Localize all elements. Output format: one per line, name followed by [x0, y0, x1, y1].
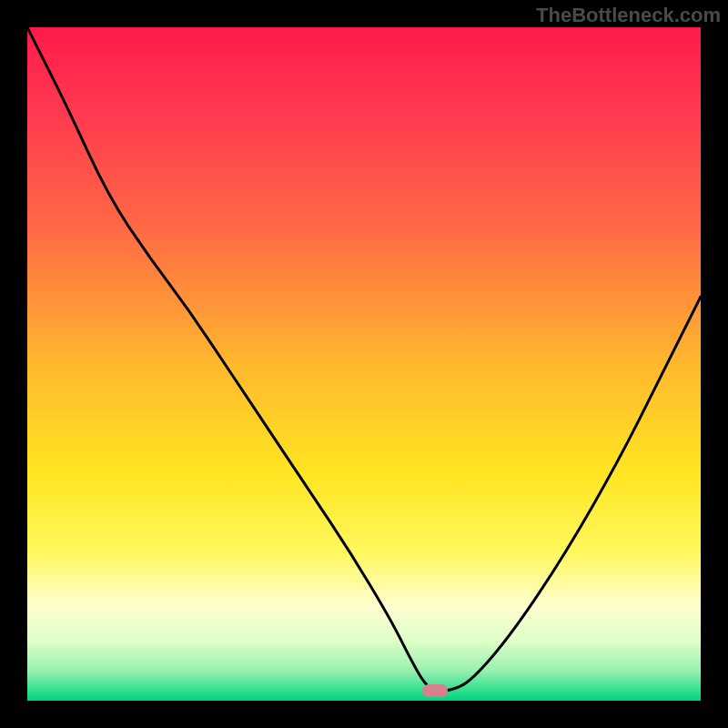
chart-container: TheBottleneck.com — [0, 0, 728, 728]
watermark-text: TheBottleneck.com — [536, 4, 721, 27]
optimal-marker — [422, 684, 448, 697]
plot-area — [27, 27, 701, 701]
bottleneck-curve — [27, 27, 701, 701]
